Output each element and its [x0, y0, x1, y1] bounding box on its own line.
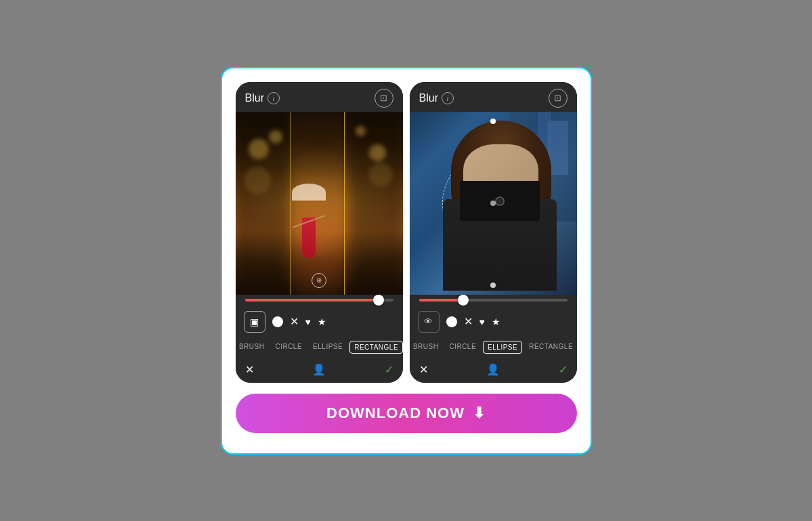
dancer-dress	[302, 217, 316, 258]
tab-ellipse-left[interactable]: ELLIPSE	[309, 341, 347, 354]
rectangle-icon: ▣	[250, 316, 259, 327]
person-icon-right: 👤	[486, 363, 500, 376]
slider-left	[236, 295, 403, 306]
cancel-btn-right[interactable]: ✕	[419, 363, 428, 376]
tab-circle-left[interactable]: CIRCLE	[271, 341, 306, 354]
eye-icon: 👁	[424, 316, 433, 327]
tool-rectangle-left[interactable]: ▣	[244, 311, 265, 333]
dancer	[302, 217, 316, 258]
tool-x-left[interactable]: ✕	[290, 315, 299, 328]
blur-label-left: Blur	[245, 92, 264, 104]
phone-right-header: Blur i ⊡	[410, 82, 577, 112]
download-icon: ⬇	[473, 404, 486, 422]
vline-2	[344, 112, 345, 295]
tab-brush-left[interactable]: BRUSH	[236, 341, 269, 354]
main-container: Blur i ⊡	[221, 67, 592, 455]
slider-fill-left	[245, 299, 379, 301]
photo-area-right	[410, 112, 577, 295]
tab-rectangle-left[interactable]: RECTANGLE	[349, 341, 402, 354]
circle-center-handle[interactable]	[490, 201, 496, 206]
blur-label-right: Blur	[419, 92, 438, 104]
tab-circle-right[interactable]: CIRCLE	[445, 341, 480, 354]
photo-right-image	[410, 112, 577, 295]
tool-eye-right[interactable]: 👁	[418, 311, 440, 333]
vline-1	[291, 112, 291, 295]
confirm-btn-left[interactable]: ✓	[385, 363, 393, 376]
center-tool-icon: ⊕	[316, 276, 322, 284]
tool-heart-right[interactable]: ♥	[479, 316, 485, 327]
umbrella	[292, 184, 326, 201]
tool-x-right[interactable]: ✕	[464, 315, 473, 328]
phone-right: Blur i ⊡	[410, 82, 577, 383]
blur-left	[236, 112, 290, 295]
cancel-btn-left[interactable]: ✕	[245, 363, 254, 376]
blur-title-left: Blur i	[245, 92, 280, 104]
phone-left: Blur i ⊡	[236, 82, 403, 383]
tools-row-right: 👁 ✕ ♥ ★	[410, 306, 577, 338]
handle-bottom-outer[interactable]	[490, 283, 496, 288]
tool-circle-left[interactable]	[272, 316, 283, 327]
center-tool[interactable]: ⊕	[312, 273, 326, 288]
tool-star-right[interactable]: ★	[492, 316, 500, 327]
tab-rectangle-right[interactable]: RECTANGLE	[525, 341, 576, 354]
info-icon-right[interactable]: i	[442, 92, 454, 104]
info-icon-left[interactable]: i	[268, 92, 280, 104]
slider-fill-right	[419, 299, 464, 301]
download-button[interactable]: DOWNLOAD NOW ⬇	[236, 394, 577, 433]
slider-track-right[interactable]	[419, 299, 568, 301]
shape-tabs-left: BRUSH CIRCLE ELLIPSE RECTANGLE	[236, 338, 403, 359]
phones-row: Blur i ⊡	[236, 82, 577, 383]
compare-btn-right[interactable]: ⊡	[549, 89, 568, 108]
download-label: DOWNLOAD NOW	[326, 404, 465, 422]
slider-track-left[interactable]	[245, 299, 393, 301]
dancer-arms	[293, 215, 325, 228]
compare-icon-left: ⊡	[380, 93, 387, 103]
tab-brush-right[interactable]: BRUSH	[410, 341, 443, 354]
slider-right	[410, 295, 577, 306]
camera	[460, 181, 540, 221]
compare-icon-right: ⊡	[554, 93, 561, 103]
slider-thumb-right[interactable]	[458, 295, 469, 306]
photo-left-image: ⊕	[236, 112, 403, 295]
tool-circle-right[interactable]	[446, 316, 457, 327]
blur-right	[349, 112, 403, 295]
bottom-bar-right: ✕ 👤 ✓	[410, 359, 577, 383]
blur-title-right: Blur i	[419, 92, 454, 104]
shape-tabs-right: BRUSH CIRCLE ELLIPSE RECTANGLE	[410, 338, 577, 359]
handle-top-outer[interactable]	[490, 119, 496, 124]
slider-thumb-left[interactable]	[373, 295, 384, 306]
phone-left-header: Blur i ⊡	[236, 82, 403, 112]
tool-star-left[interactable]: ★	[318, 316, 326, 327]
compare-btn-left[interactable]: ⊡	[375, 89, 393, 108]
person-icon-left: 👤	[312, 363, 326, 376]
camera-lens	[495, 196, 505, 206]
photo-area-left: ⊕	[236, 112, 403, 295]
confirm-btn-right[interactable]: ✓	[559, 363, 568, 376]
tools-row-left: ▣ ✕ ♥ ★	[236, 306, 403, 338]
bottom-bar-left: ✕ 👤 ✓	[236, 359, 403, 383]
tool-heart-left[interactable]: ♥	[305, 316, 311, 327]
tab-ellipse-right[interactable]: ELLIPSE	[483, 341, 522, 354]
